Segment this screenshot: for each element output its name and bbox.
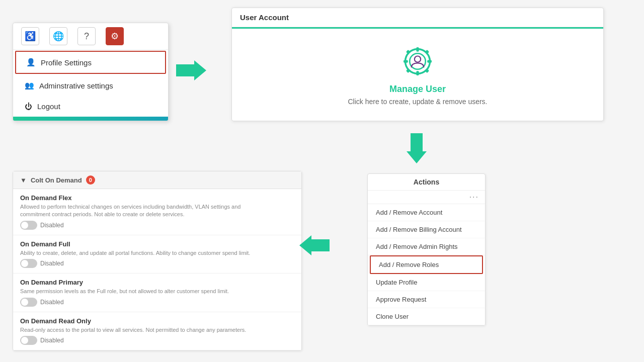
svg-rect-5 — [427, 60, 432, 62]
profile-settings-item[interactable]: 👤 Profile Settings — [15, 51, 166, 74]
toggle-row-primary: Disabled — [20, 298, 294, 307]
toggle-row-flex: Disabled — [20, 221, 294, 230]
admin-settings-item[interactable]: 👥 Adminstrative settings — [13, 75, 168, 96]
toggle-status-readonly: Disabled — [40, 337, 64, 344]
user-account-body[interactable]: Manage User Click here to create, update… — [232, 27, 603, 121]
arrow-left — [299, 235, 330, 255]
roles-panel: ▼ Colt On Demand 0 On Demand Flex Allowe… — [13, 171, 302, 351]
svg-rect-9 — [425, 68, 429, 73]
role-name-flex: On Demand Flex — [20, 194, 294, 202]
manage-user-label: Manage User — [389, 84, 446, 95]
role-row-flex: On Demand Flex Allowed to perform techni… — [13, 189, 301, 235]
roles-header: ▼ Colt On Demand 0 — [13, 171, 301, 189]
admin-settings-label: Adminstrative settings — [39, 81, 113, 90]
roles-badge: 0 — [86, 175, 95, 185]
actions-title: Actions — [368, 174, 485, 191]
add-remove-account-item[interactable]: Add / Remove Account — [368, 204, 485, 221]
user-account-panel: User Account Manage User Click here to c… — [231, 8, 604, 121]
svg-rect-3 — [416, 71, 419, 75]
toggle-full[interactable] — [20, 259, 37, 268]
manage-user-desc: Click here to create, update & remove us… — [348, 98, 487, 106]
settings-icon[interactable]: ⚙ — [106, 27, 124, 45]
toggle-primary[interactable] — [20, 298, 37, 307]
add-remove-admin-item[interactable]: Add / Remove Admin Rights — [368, 238, 485, 255]
role-desc-primary: Same permission levels as the Full role,… — [20, 288, 252, 295]
user-account-title: User Account — [232, 8, 603, 27]
toggle-readonly[interactable] — [20, 336, 37, 345]
svg-rect-2 — [416, 47, 419, 52]
dropdown-footer — [13, 117, 168, 121]
svg-rect-4 — [404, 60, 408, 62]
user-icon: 👤 — [26, 58, 36, 67]
update-profile-item[interactable]: Update Profile — [368, 274, 485, 291]
chevron-down-icon: ▼ — [20, 176, 27, 184]
role-desc-flex: Allowed to perform technical changes on … — [20, 203, 252, 219]
role-row-readonly: On Demand Read Only Read-only access to … — [13, 312, 301, 350]
actions-panel: Actions ··· Add / Remove Account Add / R… — [367, 173, 486, 326]
role-row-full: On Demand Full Ability to create, delete… — [13, 235, 301, 274]
approve-request-item[interactable]: Approve Request — [368, 291, 485, 308]
toggle-status-primary: Disabled — [40, 299, 64, 306]
toggle-status-flex: Disabled — [40, 222, 64, 229]
toggle-row-full: Disabled — [20, 259, 294, 268]
role-name-full: On Demand Full — [20, 240, 294, 248]
power-icon: ⏻ — [25, 102, 32, 111]
add-remove-roles-item[interactable]: Add / Remove Roles — [370, 255, 483, 274]
svg-rect-6 — [406, 50, 411, 54]
role-desc-readonly: Read-only access to the portal to view a… — [20, 326, 252, 334]
more-options-icon[interactable]: ··· — [368, 191, 485, 204]
role-name-primary: On Demand Primary — [20, 279, 294, 286]
accessibility-icon[interactable]: ♿ — [21, 27, 39, 45]
toggle-row-readonly: Disabled — [20, 336, 294, 345]
svg-rect-7 — [425, 50, 429, 54]
profile-settings-label: Profile Settings — [41, 58, 92, 67]
globe-icon[interactable]: 🌐 — [49, 27, 67, 45]
svg-point-10 — [415, 56, 421, 62]
admin-icon: 👥 — [25, 81, 34, 90]
role-desc-full: Ability to create, delete, and update al… — [20, 249, 252, 257]
arrow-down — [407, 133, 427, 163]
logout-label: Logout — [37, 102, 60, 111]
clone-user-item[interactable]: Clone User — [368, 308, 485, 325]
dropdown-panel: ♿ 🌐 ? ⚙ 👤 Profile Settings 👥 Adminstrati… — [13, 23, 169, 121]
logout-item[interactable]: ⏻ Logout — [13, 96, 168, 117]
toggle-flex[interactable] — [20, 221, 37, 230]
manage-user-icon — [400, 44, 435, 79]
roles-header-label: Colt On Demand — [31, 176, 82, 184]
svg-rect-8 — [406, 68, 411, 73]
role-name-readonly: On Demand Read Only — [20, 317, 294, 325]
dropdown-icon-bar: ♿ 🌐 ? ⚙ — [13, 23, 168, 50]
toggle-status-full: Disabled — [40, 260, 64, 267]
add-remove-billing-item[interactable]: Add / Remove Billing Account — [368, 221, 485, 238]
role-row-primary: On Demand Primary Same permission levels… — [13, 274, 301, 312]
help-icon[interactable]: ? — [77, 27, 96, 45]
